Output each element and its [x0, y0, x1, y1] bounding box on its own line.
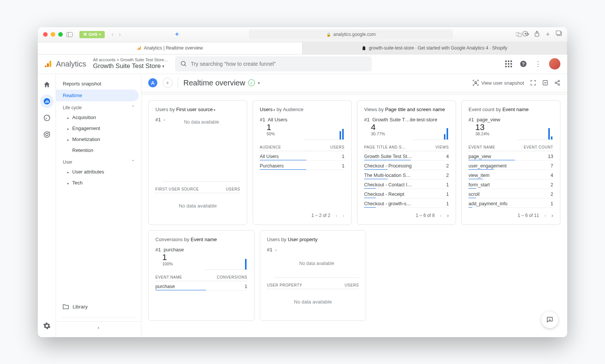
pager-next-button[interactable]: ›: [551, 212, 553, 218]
sidebar-item-user-attributes[interactable]: ▸User attributes: [56, 166, 141, 177]
sidebar-item-acquisition[interactable]: ▸Acquisition: [56, 112, 141, 123]
add-segment-button[interactable]: +: [163, 78, 172, 88]
share-report-icon[interactable]: [554, 80, 560, 86]
check-circle-icon[interactable]: ✓: [248, 79, 255, 86]
svg-point-34: [475, 81, 477, 83]
table-row[interactable]: Checkout - Receipt1: [364, 189, 449, 198]
table-row[interactable]: view_item4: [468, 170, 553, 180]
ga-logo[interactable]: Analytics: [45, 60, 86, 68]
card-title[interactable]: Users by First user source▾: [155, 107, 240, 112]
pager-next-button[interactable]: ›: [447, 212, 449, 218]
rank-line: #1 -: [267, 247, 359, 252]
no-data-label: No data available: [184, 119, 219, 125]
card-title-dimension: Page title and screen name: [385, 107, 445, 112]
sidebar-collapse-button[interactable]: ‹: [56, 321, 141, 333]
rail-admin-icon[interactable]: [40, 319, 54, 333]
sidebar-item-realtime[interactable]: Realtime: [56, 90, 139, 101]
pager-prev-button[interactable]: ‹: [440, 212, 442, 218]
sidebar-item-monetization[interactable]: ▸Monetization: [56, 134, 141, 145]
spacer: [371, 230, 463, 321]
breadcrumb[interactable]: All accounts > Growth Suite Test Store… …: [93, 57, 168, 70]
sidebar-item-label: Monetization: [72, 136, 100, 142]
table-row[interactable]: add_payment_info1: [468, 198, 553, 208]
rail-advertising-icon[interactable]: [40, 128, 54, 141]
segment-a-badge[interactable]: A: [148, 78, 157, 87]
folder-icon: [63, 304, 69, 309]
url-host: analytics.google.com: [333, 32, 375, 37]
sidebar-item-library[interactable]: Library: [56, 300, 141, 313]
table-row[interactable]: The Multi-location S…2: [364, 170, 449, 180]
table-row[interactable]: purchase1: [155, 281, 247, 291]
card-title[interactable]: Conversions by Event name: [155, 237, 247, 242]
card-title[interactable]: Event count by Event name: [468, 107, 553, 112]
svg-point-13: [45, 65, 47, 67]
table-row[interactable]: page_view13: [468, 151, 553, 161]
feedback-fab[interactable]: [541, 311, 558, 328]
table-row[interactable]: scroll2: [468, 189, 553, 198]
table-header-right: USERS: [345, 283, 359, 287]
pager-next-button[interactable]: ›: [343, 212, 344, 218]
chevron-down-icon[interactable]: ▾: [258, 81, 260, 85]
table-row[interactable]: Checkout - Contact I…1: [364, 180, 449, 189]
rail-home-icon[interactable]: [40, 78, 54, 91]
rank-number: #1: [155, 117, 161, 122]
svg-point-40: [549, 320, 550, 320]
table-row[interactable]: user_engagement7: [468, 161, 553, 170]
browser-tab-shopify[interactable]: growth-suite-test-store · Get started wi…: [302, 42, 567, 54]
table-header: EVENT NAMEEVENT COUNT: [468, 144, 553, 151]
rail-reports-icon[interactable]: [40, 94, 54, 108]
back-button[interactable]: ‹: [112, 31, 113, 38]
rail-explore-icon[interactable]: [40, 111, 54, 125]
search-bar[interactable]: [175, 56, 372, 71]
insights-icon[interactable]: [542, 80, 548, 86]
card-title[interactable]: Users▾ by Audience: [260, 107, 344, 112]
ga-logo-icon: [45, 60, 53, 68]
chevron-down-icon: ▾: [214, 108, 216, 112]
table-row[interactable]: form_start2: [468, 180, 553, 189]
apps-grid-icon[interactable]: [505, 60, 512, 67]
minimize-window-icon[interactable]: [51, 32, 55, 37]
view-user-snapshot-button[interactable]: View user snapshot: [472, 79, 524, 86]
sidebar-section-user[interactable]: User ˄: [56, 156, 141, 166]
search-input[interactable]: [191, 61, 366, 67]
pager-prev-button[interactable]: ‹: [336, 212, 338, 218]
close-window-icon[interactable]: [43, 32, 48, 37]
card-title-metric: Users: [260, 107, 273, 112]
url-bar[interactable]: 🔒 analytics.google.com ⟳: [249, 29, 453, 39]
card-title[interactable]: Views by Page title and screen name: [364, 107, 449, 112]
forward-button[interactable]: ›: [119, 31, 121, 38]
table-row[interactable]: Checkout - growth-s…1: [364, 198, 449, 208]
card-page-views: Views by Page title and screen name #1 G…: [357, 100, 456, 225]
new-tab-icon[interactable]: +: [546, 31, 550, 39]
sidebar-toggle-icon[interactable]: [67, 32, 76, 37]
more-menu-icon[interactable]: ⋮: [535, 60, 541, 68]
tab-overview-icon[interactable]: [556, 31, 562, 39]
svg-point-38: [558, 84, 560, 85]
ga-product-name: Analytics: [56, 60, 86, 68]
help-icon[interactable]: ?: [520, 60, 527, 68]
row-value: 2: [551, 192, 553, 197]
avatar[interactable]: [549, 58, 560, 70]
sidebar-item-snapshot[interactable]: Reports snapshot: [56, 78, 141, 90]
sidebar-section-lifecycle[interactable]: Life cycle ˄: [56, 101, 141, 112]
share-icon[interactable]: [534, 31, 540, 39]
card-title-prefix: Users by: [155, 107, 176, 112]
table-row[interactable]: Purchasers1: [260, 161, 344, 170]
empty-state: No data available: [155, 193, 240, 218]
sidebar-item-engagement[interactable]: ▸Engagement: [56, 123, 141, 134]
ghs-badge[interactable]: ⚒ GHS ▾: [79, 31, 105, 38]
sidebar-item-retention[interactable]: ▸Retention: [56, 145, 141, 156]
table-row[interactable]: Checkout - Processing2: [364, 161, 449, 170]
browser-tab-analytics[interactable]: Analytics | Realtime overview: [38, 42, 302, 54]
fullscreen-icon[interactable]: [530, 80, 536, 86]
sidebar-item-tech[interactable]: ▸Tech: [56, 177, 141, 188]
translate-icon[interactable]: [516, 32, 522, 37]
fullscreen-window-icon[interactable]: [58, 32, 63, 37]
pager-prev-button[interactable]: ‹: [544, 212, 546, 218]
reload-icon[interactable]: ⟳: [526, 32, 529, 37]
compass-icon[interactable]: [174, 31, 180, 37]
table-row[interactable]: Growth Suite Test St…4: [364, 151, 449, 161]
table-row[interactable]: All Users1: [260, 151, 344, 161]
card-title[interactable]: Users by User property: [267, 237, 359, 242]
row-value: 4: [446, 154, 449, 159]
